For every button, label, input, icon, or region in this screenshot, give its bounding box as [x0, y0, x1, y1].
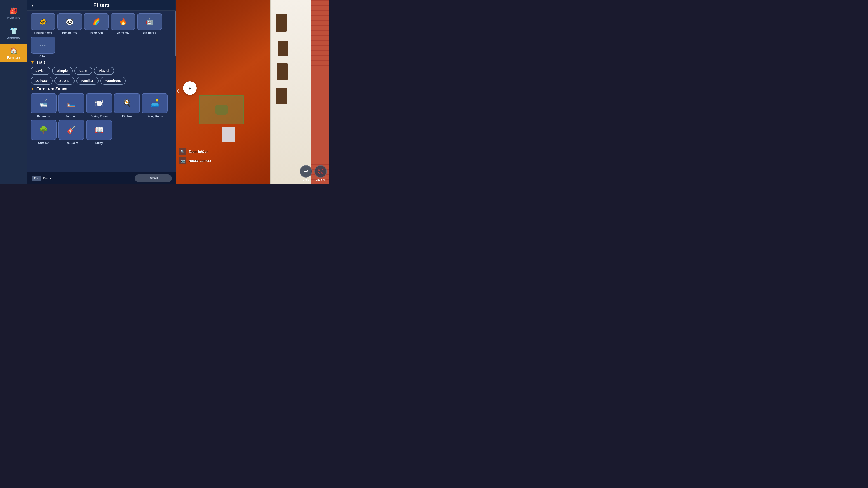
sidebar-wardrobe-label: Wardrobe	[7, 36, 20, 39]
wardrobe-icon: 👕	[10, 27, 18, 35]
zone-bathroom[interactable]: 🛁 Bathroom	[31, 93, 57, 118]
wall-frame-1	[276, 13, 287, 32]
bathroom-label: Bathroom	[37, 115, 50, 118]
elemental-label: Elemental	[117, 31, 129, 34]
rotate-label: Rotate Camera	[189, 159, 211, 162]
undo-all-label: Undo All	[315, 178, 326, 181]
undo-controls: ↩ Undo 🚫 Undo All	[300, 165, 327, 181]
filter-panel: ‹ Filters 🐠 Finding Nemo 🐼 Turning Red 🌈…	[27, 0, 176, 184]
inside-out-icon: 🌈	[84, 13, 109, 30]
camera-controls: 🔍 Zoom In/Out 📷 Rotate Camera	[179, 148, 211, 164]
movie-other[interactable]: ••• Other	[31, 37, 55, 58]
scroll-thumb[interactable]	[175, 11, 176, 57]
filter-header: ‹ Filters	[27, 0, 176, 11]
outdoor-icon: 🌳	[31, 120, 57, 140]
sidebar-item-furniture[interactable]: 🏠 Furniture	[0, 44, 27, 62]
trait-strong[interactable]: Strong	[55, 76, 74, 85]
undo-all-button-item: 🚫 Undo All	[314, 165, 327, 181]
movie-turning-red[interactable]: 🐼 Turning Red	[57, 13, 82, 34]
zone-rec-room[interactable]: 🎸 Rec Room	[58, 120, 84, 144]
furniture-icon: 🏠	[10, 47, 18, 55]
zone-outdoor[interactable]: 🌳 Outdoor	[31, 120, 57, 144]
undo-button[interactable]: ↩	[300, 165, 312, 177]
bedroom-icon: 🛏️	[58, 93, 84, 113]
esc-key-label: Esc	[32, 175, 41, 181]
trait-section-header[interactable]: ▼ Trait	[31, 60, 173, 65]
esc-button[interactable]: Esc Back	[32, 175, 51, 181]
other-icon: •••	[31, 37, 55, 54]
trait-chevron-icon: ▼	[31, 60, 35, 65]
trait-delicate[interactable]: Delicate	[31, 76, 53, 85]
trait-lavish[interactable]: Lavish	[31, 67, 51, 75]
zone-dining-room[interactable]: 🍽️ Dining Room	[86, 93, 112, 118]
f-nav-button[interactable]: F	[183, 81, 197, 95]
study-label: Study	[95, 141, 103, 144]
bathroom-icon: 🛁	[31, 93, 57, 113]
turning-red-label: Turning Red	[62, 31, 78, 34]
back-label: Back	[43, 176, 51, 180]
study-icon: 📖	[86, 120, 112, 140]
mickey-shape	[215, 105, 228, 115]
trait-wondrous[interactable]: Wondrous	[100, 76, 126, 85]
trait-row-1: Lavish Simple Calm Playful	[31, 67, 173, 75]
wall-frame-2	[278, 41, 288, 57]
trait-simple[interactable]: Simple	[52, 67, 72, 75]
undo-label: Undo	[303, 178, 309, 181]
inventory-icon: 🎒	[10, 7, 18, 15]
chair	[221, 127, 235, 142]
turning-red-icon: 🐼	[57, 13, 82, 30]
rec-room-label: Rec Room	[65, 141, 78, 144]
zone-grid: 🛁 Bathroom 🛏️ Bedroom 🍽️ Dining Room 🍳 K…	[31, 93, 173, 144]
kitchen-label: Kitchen	[122, 115, 132, 118]
living-room-label: Living Room	[147, 115, 163, 118]
zone-study[interactable]: 📖 Study	[86, 120, 112, 144]
reset-button[interactable]: Reset	[135, 174, 172, 182]
dining-room-label: Dining Room	[91, 115, 107, 118]
outdoor-label: Outdoor	[38, 141, 49, 144]
game-world: F ‹ 🔍 Zoom In/Out 📷 Rotate Camera ↩ Undo…	[176, 0, 329, 184]
movie-elemental[interactable]: 🔥 Elemental	[111, 13, 135, 34]
other-label: Other	[39, 55, 46, 58]
filter-title: Filters	[93, 2, 110, 8]
wall-frame-4	[276, 88, 287, 104]
trait-familiar[interactable]: Familiar	[76, 76, 98, 85]
rec-room-icon: 🎸	[58, 120, 84, 140]
dining-room-icon: 🍽️	[86, 93, 112, 113]
sidebar-item-wardrobe[interactable]: 👕 Wardrobe	[0, 24, 27, 42]
movie-big-hero-6[interactable]: 🤖 Big Hero 6	[137, 13, 162, 34]
inside-out-label: Inside Out	[90, 31, 103, 34]
zoom-control-row: 🔍 Zoom In/Out	[179, 148, 211, 155]
zone-living-room[interactable]: 🛋️ Living Room	[142, 93, 168, 118]
sidebar: 🎒 Inventory 👕 Wardrobe 🏠 Furniture	[0, 0, 27, 184]
movie-filter-row: 🐠 Finding Nemo 🐼 Turning Red 🌈 Inside Ou…	[31, 13, 173, 34]
brick-wall	[311, 0, 329, 184]
wall-frame-3	[277, 63, 287, 80]
trait-section-title: Trait	[36, 60, 45, 65]
back-button[interactable]: ‹	[32, 2, 33, 8]
sidebar-furniture-label: Furniture	[7, 56, 20, 59]
big-hero-6-icon: 🤖	[137, 13, 162, 30]
zone-kitchen[interactable]: 🍳 Kitchen	[114, 93, 140, 118]
zoom-icon: 🔍	[179, 148, 186, 155]
furniture-zones-chevron-icon: ▼	[31, 87, 35, 91]
rug	[199, 95, 244, 124]
trait-calm[interactable]: Calm	[74, 67, 92, 75]
undo-all-button[interactable]: 🚫	[314, 165, 327, 177]
bottom-bar: Esc Back Reset	[27, 172, 176, 184]
movie-inside-out[interactable]: 🌈 Inside Out	[84, 13, 109, 34]
zoom-label: Zoom In/Out	[189, 150, 207, 153]
sidebar-item-inventory[interactable]: 🎒 Inventory	[0, 4, 27, 22]
movie-finding-nemo[interactable]: 🐠 Finding Nemo	[31, 13, 55, 34]
nav-arrow-left[interactable]: ‹	[176, 86, 179, 95]
furniture-zones-title: Furniture Zones	[36, 87, 67, 91]
zone-bedroom[interactable]: 🛏️ Bedroom	[58, 93, 84, 118]
kitchen-icon: 🍳	[114, 93, 140, 113]
furniture-zones-section-header[interactable]: ▼ Furniture Zones	[31, 87, 173, 91]
finding-nemo-icon: 🐠	[31, 13, 55, 30]
sidebar-inventory-label: Inventory	[7, 16, 20, 20]
filter-content: 🐠 Finding Nemo 🐼 Turning Red 🌈 Inside Ou…	[27, 11, 176, 184]
trait-playful[interactable]: Playful	[94, 67, 114, 75]
big-hero-6-label: Big Hero 6	[143, 31, 156, 34]
elemental-icon: 🔥	[111, 13, 135, 30]
other-row: ••• Other	[31, 37, 173, 58]
